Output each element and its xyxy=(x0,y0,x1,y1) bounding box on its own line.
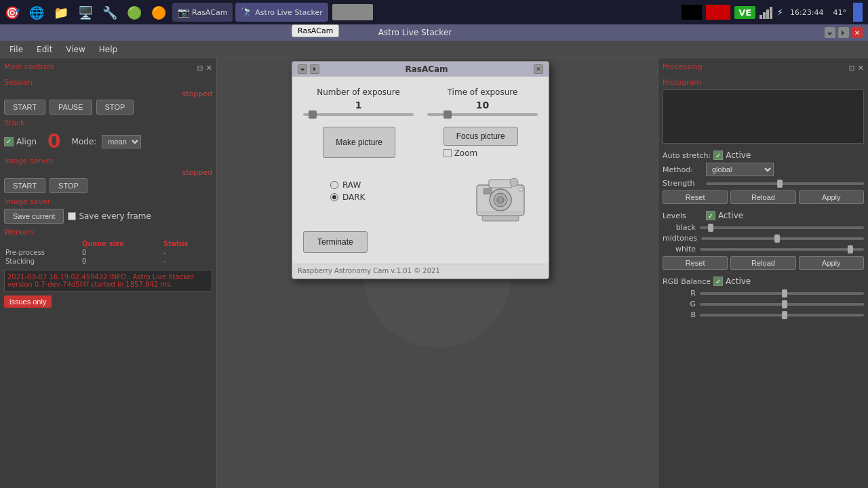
image-server-start-btn[interactable]: START xyxy=(4,178,45,193)
taskbar-astro[interactable]: 🔭 Astro Live Stacker xyxy=(235,3,328,22)
r-track[interactable] xyxy=(700,292,864,295)
strength-thumb[interactable] xyxy=(777,180,783,188)
image-server-title: Image server xyxy=(4,157,212,165)
taskbar-icon-7[interactable]: 🟠 xyxy=(148,1,170,23)
black-label: black xyxy=(663,223,700,232)
picture-btns: Make picture Focus picture Zoom xyxy=(303,127,538,158)
taskbar-icon-4[interactable]: 🖥️ xyxy=(75,1,96,23)
black-thumb[interactable] xyxy=(708,224,713,232)
main-controls-title: Main controls xyxy=(4,62,54,71)
image-server-status: stopped xyxy=(4,168,212,177)
raw-radio-outer[interactable] xyxy=(330,181,338,189)
image-server-stop-btn[interactable]: STOP xyxy=(50,178,87,193)
exposure-time-value: 10 xyxy=(427,100,538,110)
g-track[interactable] xyxy=(700,303,864,306)
camera-illustration xyxy=(463,165,538,226)
rasacam-dialog: 🞃 🞂 RasACam ✕ Number of exposure 1 Time … xyxy=(292,61,549,279)
stack-row: Align 0 Mode: mean xyxy=(4,130,212,152)
dialog-footer: Raspberry Astronomy Cam v.1.01 © 2021 xyxy=(292,264,549,279)
exposure-time-slider[interactable] xyxy=(427,113,538,116)
b-thumb[interactable] xyxy=(782,311,787,319)
menu-edit[interactable]: Edit xyxy=(30,43,59,56)
save-every-frame-checkbox[interactable] xyxy=(68,212,76,220)
session-stop-btn[interactable]: STOP xyxy=(96,100,134,115)
auto-stretch-actions: Reset Reload Apply xyxy=(663,190,864,204)
g-thumb[interactable] xyxy=(782,300,787,308)
svg-rect-4 xyxy=(489,180,512,188)
minimize-btn[interactable]: 🞃 xyxy=(825,27,835,38)
restore-btn[interactable]: 🞂 xyxy=(838,27,849,38)
auto-stretch-checkbox[interactable] xyxy=(713,150,723,160)
exposure-time-thumb[interactable] xyxy=(443,110,452,119)
black-track[interactable] xyxy=(700,226,864,229)
auto-stretch-reset-btn[interactable]: Reset xyxy=(663,190,728,204)
b-track[interactable] xyxy=(700,314,864,317)
format-radio-group[interactable]: RAW DARK xyxy=(303,180,365,202)
taskbar-icon-1[interactable]: 🎯 xyxy=(1,1,23,23)
taskbar-blank[interactable] xyxy=(332,4,373,20)
image-saver-title: Image saver xyxy=(4,197,212,206)
taskbar-icon-2[interactable]: 🌐 xyxy=(26,1,47,23)
auto-stretch-reload-btn[interactable]: Reload xyxy=(730,190,795,204)
taskbar-icon-5[interactable]: 🔧 xyxy=(99,1,121,23)
panel-header: Main controls ⊡ ✕ xyxy=(4,62,212,74)
taskbar-astro-label: Astro Live Stacker xyxy=(255,8,322,17)
menu-file[interactable]: File xyxy=(3,43,30,56)
levels-apply-btn[interactable]: Apply xyxy=(799,256,864,270)
strength-track[interactable] xyxy=(706,182,864,185)
dialog-minimize-btn[interactable]: 🞃 xyxy=(298,64,307,74)
levels-checkbox[interactable] xyxy=(706,211,715,220)
zoom-checkbox[interactable] xyxy=(443,149,452,157)
taskbar-icon-6[interactable]: 🟢 xyxy=(123,1,145,23)
histogram-display xyxy=(663,89,864,144)
dialog-restore-btn[interactable]: 🞂 xyxy=(310,64,319,74)
mode-select[interactable]: mean xyxy=(102,135,141,148)
taskbar-rasacam[interactable]: 📷 RasACam xyxy=(172,3,233,22)
save-current-btn[interactable]: Save current xyxy=(4,209,64,224)
worker-stacking-status: - xyxy=(162,257,212,266)
rgb-balance-section: RGB Balance Active R G xyxy=(663,277,864,319)
close-btn[interactable]: ✕ xyxy=(852,27,863,38)
stack-title: Stack xyxy=(4,119,212,127)
session-start-btn[interactable]: START xyxy=(4,100,45,115)
right-panel-copy-icon[interactable]: ⊡ xyxy=(849,64,855,73)
dark-radio-outer[interactable] xyxy=(330,193,338,201)
levels-reload-btn[interactable]: Reload xyxy=(730,256,795,270)
raw-radio-item[interactable]: RAW xyxy=(330,180,365,190)
worker-stacking-queue: 0 xyxy=(81,257,162,266)
exposure-count-thumb[interactable] xyxy=(309,110,317,119)
white-thumb[interactable] xyxy=(848,245,853,253)
taskbar-icon-3[interactable]: 📁 xyxy=(50,1,72,23)
white-track[interactable] xyxy=(700,248,864,251)
make-picture-btn[interactable]: Make picture xyxy=(323,127,395,158)
midtones-track[interactable] xyxy=(701,237,864,240)
exposure-count-slider[interactable] xyxy=(303,113,414,116)
align-checkbox[interactable] xyxy=(4,137,14,146)
terminate-btn[interactable]: Terminate xyxy=(303,231,368,253)
panel-close-icon[interactable]: ✕ xyxy=(206,64,212,73)
midtones-thumb[interactable] xyxy=(774,235,780,243)
workers-col-status: Status xyxy=(162,239,212,248)
right-panel-close-icon[interactable]: ✕ xyxy=(858,64,864,73)
r-thumb[interactable] xyxy=(782,289,787,298)
menu-view[interactable]: View xyxy=(59,43,92,56)
menu-help[interactable]: Help xyxy=(92,43,124,56)
processing-title: Processing xyxy=(663,62,703,71)
right-panel: Processing ⊡ ✕ Histogram Auto stretch: A… xyxy=(658,58,868,488)
save-every-frame-row: Save every frame xyxy=(68,211,151,221)
levels-active-label: Active xyxy=(718,211,743,220)
dialog-close-btn[interactable]: ✕ xyxy=(534,64,543,74)
dark-label: DARK xyxy=(342,192,365,202)
levels-label: Levels xyxy=(663,211,703,220)
auto-stretch-label: Auto stretch: xyxy=(663,151,711,160)
dark-radio-item[interactable]: DARK xyxy=(330,192,365,202)
session-pause-btn[interactable]: PAUSE xyxy=(50,100,92,115)
method-select[interactable]: global xyxy=(706,163,774,176)
panel-copy-icon[interactable]: ⊡ xyxy=(197,64,203,73)
rgb-balance-checkbox[interactable] xyxy=(713,277,723,286)
rgb-balance-label: RGB Balance xyxy=(663,277,711,286)
levels-reset-btn[interactable]: Reset xyxy=(663,256,728,270)
auto-stretch-apply-btn[interactable]: Apply xyxy=(799,190,864,204)
issues-only-btn[interactable]: issues only xyxy=(4,296,52,308)
focus-picture-btn[interactable]: Focus picture xyxy=(443,127,518,146)
